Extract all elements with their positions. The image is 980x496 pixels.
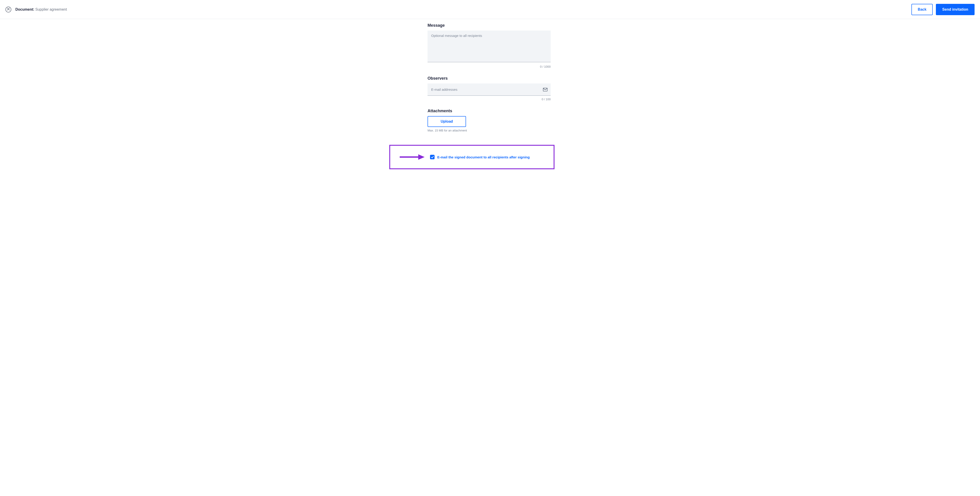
header-actions: Back Send invitation: [912, 4, 975, 15]
document-name: Supplier agreement: [35, 8, 67, 11]
observers-email-input[interactable]: [428, 84, 550, 96]
document-title-group: Document: Supplier agreement: [15, 8, 67, 11]
send-invitation-button[interactable]: Send invitation: [936, 4, 975, 15]
svg-marker-4: [418, 154, 425, 160]
page-header: Document: Supplier agreement Back Send i…: [0, 0, 980, 19]
close-button[interactable]: [5, 6, 11, 13]
email-signed-label[interactable]: E-mail the signed document to all recipi…: [437, 155, 530, 159]
observers-counter: 0 / 100: [428, 97, 550, 101]
message-textarea[interactable]: [428, 30, 550, 62]
back-button[interactable]: Back: [912, 4, 933, 15]
arrow-right-icon: [399, 154, 425, 160]
email-signed-checkbox[interactable]: [430, 155, 434, 159]
mail-icon: [543, 88, 547, 91]
observers-section-title: Observers: [428, 76, 550, 81]
header-left: Document: Supplier agreement: [5, 6, 67, 13]
email-signed-option: E-mail the signed document to all recipi…: [430, 155, 530, 159]
message-char-counter: 0 / 1000: [428, 65, 550, 68]
message-section-title: Message: [428, 23, 550, 28]
email-signed-highlight-box: E-mail the signed document to all recipi…: [389, 145, 555, 169]
form-body: Message 0 / 1000 Observers 0 / 100 Attac…: [426, 23, 552, 132]
attachment-size-hint: Max. 15 MB for an attachment: [428, 129, 550, 132]
close-icon: [7, 8, 10, 11]
observers-input-row: [428, 84, 550, 96]
document-label: Document:: [15, 8, 34, 11]
attachments-section-title: Attachments: [428, 109, 550, 113]
upload-button[interactable]: Upload: [428, 116, 466, 127]
